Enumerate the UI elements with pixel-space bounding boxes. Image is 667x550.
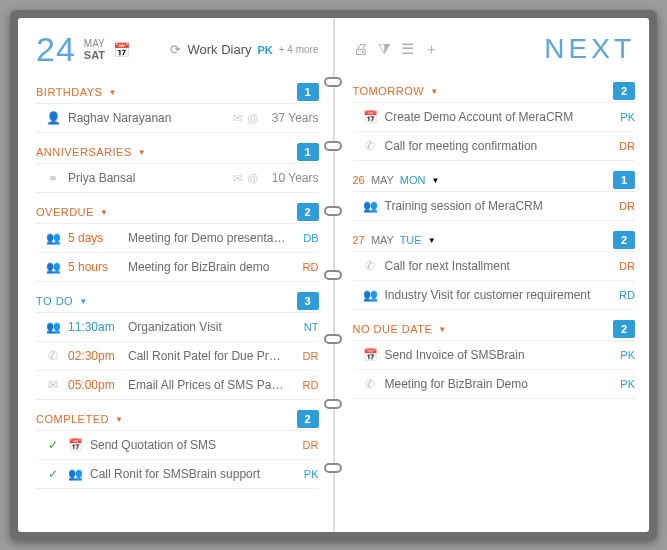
section: NO DUE DATE▼2📅Send Invoice of SMSBrainPK…: [353, 316, 636, 399]
chevron-down-icon: ▼: [108, 88, 116, 97]
filter-icon[interactable]: ⧩: [378, 40, 391, 59]
initials: NT: [295, 321, 319, 333]
time-label: 05:00pm: [68, 378, 120, 392]
section-title: BIRTHDAYS: [36, 86, 102, 98]
item-desc: Send Quotation of SMS: [90, 438, 287, 452]
item-desc: Send Invoice of SMSBrain: [385, 348, 604, 362]
section: 27 MAY TUE▼2✆Call for next InstallmentDR…: [353, 227, 636, 310]
item-desc: Call Ronit for SMSBrain support: [90, 467, 287, 481]
list-item[interactable]: 👥Training session of MeraCRMDR: [353, 192, 636, 221]
header-today: 24 MAY SAT 📅 ⟳ Work Diary PK + 4 more: [36, 30, 319, 69]
section: COMPLETED▼2✓📅Send Quotation of SMSDR✓👥Ca…: [36, 406, 319, 489]
list-item[interactable]: 👥Industry Visit for customer requirement…: [353, 281, 636, 310]
chevron-down-icon: ▼: [115, 415, 123, 424]
section-title: OVERDUE: [36, 206, 94, 218]
list-item[interactable]: 👥5 daysMeeting for Demo presentationDB: [36, 224, 319, 253]
item-desc: Call for meeting confirmation: [385, 139, 604, 153]
list-item[interactable]: ✓📅Send Quotation of SMSDR: [36, 431, 319, 460]
section-date: 26 MAY MON: [353, 174, 426, 186]
calendar-icon[interactable]: 📅: [113, 42, 130, 58]
item-desc: Call Ronit Patel for Due Premium: [128, 349, 287, 363]
print-icon[interactable]: 🖨: [353, 40, 368, 59]
calendar-icon: 📅: [363, 110, 377, 124]
calendar-icon: 📅: [68, 438, 82, 452]
section: ANNIVERSARIES▼1⚭Priya Bansal✉@10 Years: [36, 139, 319, 193]
phone-icon: ✆: [363, 377, 377, 391]
section-title: NO DUE DATE: [353, 323, 433, 335]
section-title: TO DO: [36, 295, 73, 307]
list-item[interactable]: ✓👥Call Ronit for SMSBrain supportPK: [36, 460, 319, 489]
people-icon: 👥: [46, 260, 60, 274]
section-date: 27 MAY TUE: [353, 234, 422, 246]
time-label: 5 days: [68, 231, 120, 245]
initials: DR: [295, 350, 319, 362]
item-desc: Call for next Installment: [385, 259, 604, 273]
diary-title[interactable]: ⟳ Work Diary PK + 4 more: [170, 42, 318, 57]
list-item[interactable]: ⚭Priya Bansal✉@10 Years: [36, 164, 319, 193]
section-title: TOMORROW: [353, 85, 425, 97]
phone-icon: ✆: [363, 259, 377, 273]
mail-icon: ✉: [46, 378, 60, 392]
page-next: 🖨 ⧩ ☰ ＋ NEXT TOMORROW▼2📅Create Demo Acco…: [334, 18, 650, 532]
count-badge: 2: [613, 82, 635, 100]
initials: DR: [611, 200, 635, 212]
list-item[interactable]: 👥11:30amOrganization VisitNT: [36, 313, 319, 342]
contact-icons[interactable]: ✉@: [233, 172, 258, 185]
list-icon[interactable]: ☰: [401, 40, 414, 59]
time-label: 11:30am: [68, 320, 120, 334]
diary: 24 MAY SAT 📅 ⟳ Work Diary PK + 4 more BI…: [10, 10, 657, 540]
count-badge: 2: [297, 203, 319, 221]
count-badge: 1: [297, 83, 319, 101]
initials: DR: [295, 439, 319, 451]
item-desc: Meeting for BizBrain demo: [128, 260, 287, 274]
at-icon[interactable]: @: [247, 112, 258, 125]
count-badge: 3: [297, 292, 319, 310]
mail-icon[interactable]: ✉: [233, 112, 242, 125]
section-header[interactable]: COMPLETED▼2: [36, 406, 319, 431]
chevron-down-icon: ▼: [430, 87, 438, 96]
item-desc: Training session of MeraCRM: [385, 199, 604, 213]
list-item[interactable]: ✉05:00pmEmail All Prices of SMS PacksRD: [36, 371, 319, 400]
chevron-down-icon: ▼: [438, 325, 446, 334]
month-label: MAY: [84, 38, 105, 49]
section-header[interactable]: TOMORROW▼2: [353, 78, 636, 103]
chevron-down-icon: ▼: [428, 236, 436, 245]
years-label: 37 Years: [267, 111, 319, 125]
phone-icon: ✆: [363, 139, 377, 153]
calendar-icon: 📅: [363, 348, 377, 362]
section-header[interactable]: OVERDUE▼2: [36, 199, 319, 224]
time-label: 02:30pm: [68, 349, 120, 363]
at-icon[interactable]: @: [247, 172, 258, 185]
section-title: COMPLETED: [36, 413, 109, 425]
list-item[interactable]: 👥5 hoursMeeting for BizBrain demoRD: [36, 253, 319, 282]
section-header[interactable]: ANNIVERSARIES▼1: [36, 139, 319, 164]
add-icon[interactable]: ＋: [424, 40, 439, 59]
list-item[interactable]: ✆Call for meeting confirmationDR: [353, 132, 636, 161]
section-header[interactable]: BIRTHDAYS▼1: [36, 79, 319, 104]
section: OVERDUE▼2👥5 daysMeeting for Demo present…: [36, 199, 319, 282]
initials: DR: [611, 140, 635, 152]
time-label: 5 hours: [68, 260, 120, 274]
list-item[interactable]: ✆Meeting for BizBrain DemoPK: [353, 370, 636, 399]
section-header[interactable]: NO DUE DATE▼2: [353, 316, 636, 341]
item-desc: Priya Bansal: [68, 171, 225, 185]
list-item[interactable]: ✆Call for next InstallmentDR: [353, 252, 636, 281]
count-badge: 2: [297, 410, 319, 428]
item-desc: Email All Prices of SMS Packs: [128, 378, 287, 392]
list-item[interactable]: 📅Create Demo Account of MeraCRMPK: [353, 103, 636, 132]
list-item[interactable]: 📅Send Invoice of SMSBrainPK: [353, 341, 636, 370]
section-header[interactable]: 27 MAY TUE▼2: [353, 227, 636, 252]
refresh-icon[interactable]: ⟳: [170, 42, 181, 57]
weekday-label: SAT: [84, 49, 105, 61]
list-item[interactable]: ✆02:30pmCall Ronit Patel for Due Premium…: [36, 342, 319, 371]
list-item[interactable]: 👤Raghav Narayanan✉@37 Years: [36, 104, 319, 133]
contact-icons[interactable]: ✉@: [233, 112, 258, 125]
item-desc: Industry Visit for customer requirement: [385, 288, 604, 302]
people-icon: 👥: [363, 288, 377, 302]
section-header[interactable]: 26 MAY MON▼1: [353, 167, 636, 192]
section-header[interactable]: TO DO▼3: [36, 288, 319, 313]
mail-icon[interactable]: ✉: [233, 172, 242, 185]
rings-icon: ⚭: [46, 171, 60, 185]
header-next: 🖨 ⧩ ☰ ＋ NEXT: [353, 30, 636, 68]
count-badge: 1: [613, 171, 635, 189]
